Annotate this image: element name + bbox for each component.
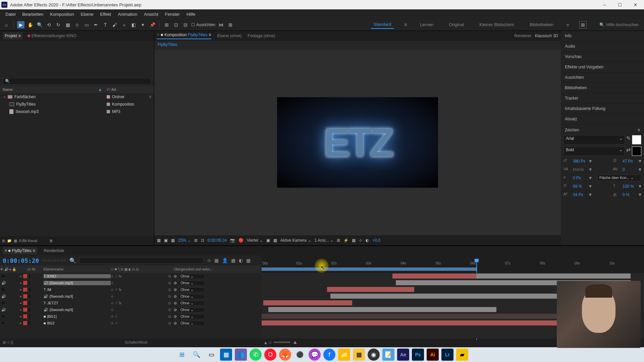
local-axis-icon[interactable]: ⊞	[163, 21, 170, 28]
shape-tool[interactable]: ▭	[83, 21, 90, 28]
kerning-value[interactable]: Metrik	[573, 167, 586, 172]
selection-tool[interactable]: ▶	[17, 21, 24, 28]
rotate-tool[interactable]: ↻	[55, 21, 62, 28]
anchor-tool[interactable]: ⊹	[73, 21, 81, 28]
comp-tab[interactable]: × ■ Komposition FlyByTitles ≡	[157, 33, 211, 39]
taskbar-ps[interactable]: Ps	[412, 349, 424, 361]
project-item-folder[interactable]: ▸Farbflächen Ordner≡	[0, 93, 154, 101]
snapshot-icon[interactable]: 📷	[230, 238, 235, 243]
resolution-icon[interactable]: ⊞	[194, 238, 198, 243]
switches-modes-toggle[interactable]: Schalter/Modi	[125, 340, 147, 344]
panel-audio[interactable]: Audio	[561, 41, 644, 52]
zoom-in-icon[interactable]: ▲	[292, 339, 298, 345]
alpha-toggle-icon[interactable]: ▦	[157, 238, 161, 243]
timeline-icon[interactable]: ▦	[352, 238, 356, 243]
footage-tab[interactable]: Footage (ohne)	[248, 34, 275, 38]
taskbar-obs[interactable]: ◉	[368, 349, 380, 361]
shy-icon[interactable]: 👤	[222, 258, 228, 263]
maximize-button[interactable]: ☐	[615, 1, 625, 8]
render-queue-tab[interactable]: Renderliste	[42, 247, 66, 254]
comp-mini-flowchart-icon[interactable]: ⊹	[207, 258, 211, 263]
menu-ebene[interactable]: Ebene	[77, 10, 97, 18]
start-button[interactable]: ⊞	[176, 349, 188, 361]
workspace-kleiner[interactable]: Kleiner Bildschirm	[477, 21, 517, 28]
world-axis-icon[interactable]: ⊡	[172, 21, 180, 28]
comp-breadcrumb[interactable]: FlyByTitles	[154, 41, 561, 50]
font-size-value[interactable]: 380 Px	[573, 159, 586, 164]
pen-tool[interactable]: ✒	[92, 21, 100, 28]
resolution-dropdown[interactable]: Viertel ⌄	[247, 238, 263, 243]
stroke-color-swatch[interactable]	[632, 146, 641, 156]
close-button[interactable]: ✕	[631, 1, 640, 8]
channel-icon[interactable]: ▣	[164, 238, 168, 243]
trash-icon[interactable]: 🗑	[49, 239, 53, 243]
camera-dropdown[interactable]: Aktive Kamera ⌄	[280, 238, 311, 243]
taskbar-app4[interactable]: ▰	[456, 349, 468, 361]
brush-tool[interactable]: 🖌	[111, 21, 118, 28]
panel-effekte[interactable]: Effekte und Vorgaben	[561, 62, 644, 72]
panel-fill[interactable]: Inhaltsbasierte Füllung	[561, 104, 644, 114]
roto-tool[interactable]: ✦	[139, 21, 147, 28]
exposure-value[interactable]: +0,0	[372, 238, 380, 243]
tsume-value[interactable]: 0 %	[623, 192, 636, 197]
taskbar-explorer[interactable]: 📁	[338, 349, 350, 361]
hand-tool[interactable]: ✋	[26, 21, 34, 28]
taskbar-app3[interactable]: ▦	[353, 349, 365, 361]
panel-vorschau[interactable]: Vorschau	[561, 52, 644, 62]
show-channel-icon[interactable]: 🔴	[238, 238, 244, 243]
layer-bar[interactable]	[476, 274, 631, 279]
panel-ausrichten[interactable]: Ausrichten	[561, 72, 644, 83]
transparency-icon[interactable]: ▦	[273, 238, 277, 243]
project-item-comp[interactable]: FlyByTitles Komposition	[0, 101, 154, 108]
timeline-search-icon[interactable]: 🔍	[69, 257, 76, 264]
taskbar-ai[interactable]: Ai	[427, 349, 439, 361]
home-tool[interactable]: ⌂	[3, 21, 10, 28]
taskbar-facebook[interactable]: f	[323, 349, 335, 361]
exposure-reset-icon[interactable]: ◐	[366, 238, 369, 243]
workspace-lernen[interactable]: Lernen	[417, 21, 436, 28]
guides-icon[interactable]: ⊡	[201, 238, 204, 243]
panel-menu-icon[interactable]: ≡	[638, 128, 640, 132]
stroke-value[interactable]: 0 Px	[573, 176, 586, 180]
eraser-tool[interactable]: ◧	[130, 21, 137, 28]
layer-bar[interactable]	[327, 287, 414, 292]
layer-bar[interactable]	[263, 300, 352, 305]
new-comp-icon[interactable]: ▦	[14, 239, 17, 243]
viewer-timecode[interactable]: 0:00:05:24	[208, 238, 227, 243]
timeline-layer-row[interactable]: 👁 ▸5 TJETZT ⊹/fx⊙ ⊘Ohne ⌄	[0, 300, 262, 306]
new-folder-icon[interactable]: 📁	[7, 239, 12, 243]
taskbar-search-icon[interactable]: 🔍	[191, 349, 203, 361]
layer-bar[interactable]	[330, 294, 562, 299]
leading-value[interactable]: 47 Px	[623, 159, 636, 164]
taskbar-ae[interactable]: Ae	[397, 349, 409, 361]
panel-info[interactable]: Info	[561, 31, 644, 41]
taskbar-teams[interactable]: 👥	[235, 349, 247, 361]
snap-opt-icon[interactable]: ⊞	[227, 21, 234, 28]
menu-animation[interactable]: Animation	[114, 10, 141, 18]
pixel-aspect-icon[interactable]: ⊞	[337, 238, 340, 243]
puppet-tool[interactable]: 📌	[149, 21, 156, 28]
graph-editor-icon[interactable]: ▦	[246, 258, 251, 263]
font-weight-dropdown[interactable]: Bold ⌄	[564, 146, 625, 156]
timeline-layer-row[interactable]: 🔊 ▸2 🔊[Swoosh.mp3] ⊹ ⊙ ⊘Ohne ⌄	[0, 280, 262, 286]
renderer-value[interactable]: Klassisch 3D	[535, 34, 558, 38]
taskbar-messenger[interactable]: 💬	[309, 349, 321, 361]
timeline-search[interactable]	[79, 257, 204, 263]
help-search[interactable]: 🔍 Hilfe durchsuchen	[597, 22, 641, 28]
menu-hilfe[interactable]: Hilfe	[183, 10, 199, 18]
project-search[interactable]: 🔍	[3, 78, 151, 84]
views-dropdown[interactable]: 1 Ansi... ⌄	[315, 238, 334, 243]
eyedropper-icon[interactable]: ✎	[626, 135, 631, 144]
orbit-tool[interactable]: ⟲	[45, 21, 53, 28]
workspace-original[interactable]: Original	[446, 21, 467, 28]
taskbar-lr[interactable]: Lr	[441, 349, 453, 361]
menu-datei[interactable]: Datei	[2, 10, 19, 18]
workspace-bibliotheken[interactable]: Bibliotheken	[527, 21, 556, 28]
stroke-option-dropdown[interactable]: Fläche über Kon... ⌄	[597, 175, 641, 181]
taskbar-whatsapp[interactable]: ✆	[250, 349, 262, 361]
draft3d-icon[interactable]: ▦	[214, 258, 219, 263]
interpret-footage-icon[interactable]: ⊞	[2, 239, 5, 243]
timeline-zoom-slider[interactable]	[274, 342, 290, 343]
layer-visibility-icon[interactable]: ▦	[171, 238, 175, 243]
project-tab[interactable]: Projekt ≡	[3, 32, 23, 40]
